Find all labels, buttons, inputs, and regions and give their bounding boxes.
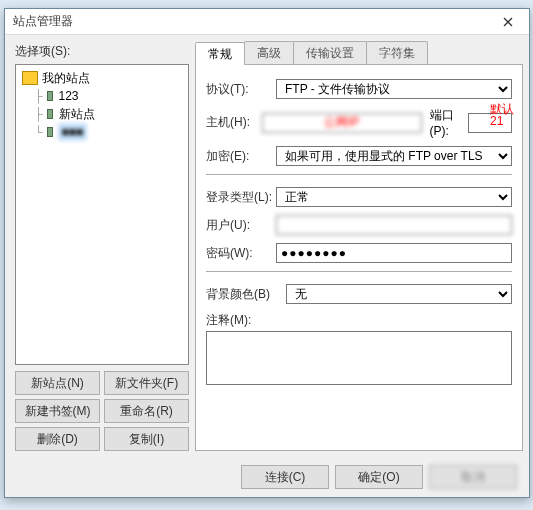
ok-button[interactable]: 确定(O) — [335, 465, 423, 489]
server-icon — [47, 109, 53, 119]
tab-advanced[interactable]: 高级 — [244, 41, 294, 64]
host-input[interactable] — [262, 113, 422, 133]
tree-label: ■■■ — [59, 124, 87, 140]
folder-icon — [22, 71, 38, 85]
tree-label: 123 — [59, 89, 79, 103]
new-bookmark-button[interactable]: 新建书签(M) — [15, 399, 100, 423]
tab-general[interactable]: 常规 — [195, 42, 245, 65]
bgcolor-select[interactable]: 无 — [286, 284, 512, 304]
password-input[interactable] — [276, 243, 512, 263]
close-button[interactable] — [493, 12, 523, 32]
site-manager-window: 站点管理器 选择项(S): 我的站点 ├ 123 ├ 新 — [4, 8, 530, 498]
connect-button[interactable]: 连接(C) — [241, 465, 329, 489]
rename-button[interactable]: 重命名(R) — [104, 399, 189, 423]
tree-label: 新站点 — [59, 106, 95, 123]
login-type-select[interactable]: 正常 — [276, 187, 512, 207]
left-panel: 选择项(S): 我的站点 ├ 123 ├ 新站点 └ — [5, 35, 195, 457]
titlebar: 站点管理器 — [5, 9, 529, 35]
site-tree[interactable]: 我的站点 ├ 123 ├ 新站点 └ ■■■ — [15, 64, 189, 365]
copy-button[interactable]: 复制(I) — [104, 427, 189, 451]
tab-page-general: 协议(T): FTP - 文件传输协议 主机(H): 端口(P): 默认 21 … — [195, 65, 523, 451]
encryption-label: 加密(E): — [206, 148, 276, 165]
server-icon — [47, 127, 53, 137]
tab-bar: 常规 高级 传输设置 字符集 — [195, 41, 523, 65]
tree-root[interactable]: 我的站点 — [18, 69, 186, 87]
host-label: 主机(H): — [206, 114, 262, 131]
content: 选择项(S): 我的站点 ├ 123 ├ 新站点 └ — [5, 35, 529, 457]
tab-charset[interactable]: 字符集 — [366, 41, 428, 64]
comments-textarea[interactable] — [206, 331, 512, 385]
user-label: 用户(U): — [206, 217, 276, 234]
login-type-label: 登录类型(L): — [206, 189, 276, 206]
tree-site-item-selected[interactable]: └ ■■■ — [18, 123, 186, 141]
tree-label: 我的站点 — [42, 70, 90, 87]
port-input[interactable] — [468, 113, 512, 133]
server-icon — [47, 91, 53, 101]
right-panel: 常规 高级 传输设置 字符集 协议(T): FTP - 文件传输协议 主机(H)… — [195, 35, 529, 457]
password-label: 密码(W): — [206, 245, 276, 262]
window-title: 站点管理器 — [13, 13, 493, 30]
left-button-grid: 新站点(N) 新文件夹(F) 新建书签(M) 重命名(R) 删除(D) 复制(I… — [15, 371, 189, 451]
tree-site-item[interactable]: ├ 新站点 — [18, 105, 186, 123]
user-input[interactable] — [276, 215, 512, 235]
close-icon — [503, 17, 513, 27]
select-entry-label: 选择项(S): — [15, 43, 189, 60]
comments-label: 注释(M): — [206, 312, 276, 329]
divider — [206, 174, 512, 175]
new-folder-button[interactable]: 新文件夹(F) — [104, 371, 189, 395]
port-label: 端口(P): — [430, 107, 464, 138]
tree-site-item[interactable]: ├ 123 — [18, 87, 186, 105]
encryption-select[interactable]: 如果可用，使用显式的 FTP over TLS — [276, 146, 512, 166]
protocol-select[interactable]: FTP - 文件传输协议 — [276, 79, 512, 99]
protocol-label: 协议(T): — [206, 81, 276, 98]
divider — [206, 271, 512, 272]
new-site-button[interactable]: 新站点(N) — [15, 371, 100, 395]
cancel-button[interactable]: 取消 — [429, 465, 517, 489]
delete-button[interactable]: 删除(D) — [15, 427, 100, 451]
bgcolor-label: 背景颜色(B) — [206, 286, 286, 303]
tab-transfer[interactable]: 传输设置 — [293, 41, 367, 64]
footer: 连接(C) 确定(O) 取消 — [5, 457, 529, 497]
